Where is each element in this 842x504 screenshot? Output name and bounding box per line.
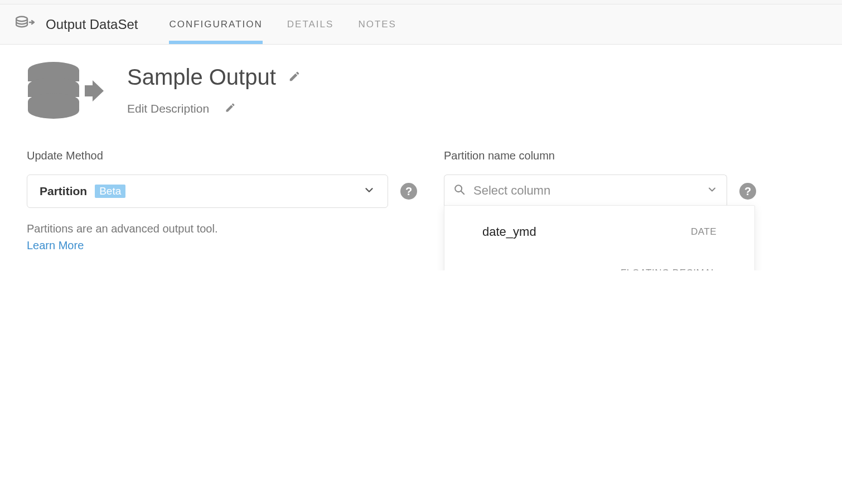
chevron-down-icon (706, 184, 718, 197)
svg-point-0 (16, 16, 27, 21)
update-method-label: Update Method (27, 149, 417, 162)
header-bar: Output DataSet CONFIGURATION DETAILS NOT… (0, 4, 842, 45)
description-placeholder[interactable]: Edit Description (127, 102, 209, 115)
partition-column-input[interactable] (473, 183, 699, 198)
description-line: Edit Description (127, 102, 301, 115)
tab-details[interactable]: DETAILS (287, 4, 334, 44)
main-content: Sample Output Edit Description Update Me… (0, 45, 842, 270)
update-method-help-icon[interactable]: ? (400, 183, 417, 200)
partition-column-section: Partition name column ? date_ymd DATE (444, 149, 756, 254)
option-type: FLOATING DECIMAL (621, 268, 717, 270)
update-method-column: Update Method Partition Beta ? Partition… (27, 149, 417, 254)
window-top-strip (0, 0, 842, 4)
edit-description-icon[interactable] (225, 102, 236, 115)
tabs: CONFIGURATION DETAILS NOTES (169, 4, 396, 44)
header-title: Output DataSet (46, 17, 138, 32)
beta-badge: Beta (95, 185, 125, 198)
tab-configuration[interactable]: CONFIGURATION (169, 4, 262, 44)
helper-text: Partitions are an advanced output tool. (27, 222, 217, 235)
option-name: revenue (482, 266, 527, 270)
partition-column-label: Partition name column (444, 149, 756, 162)
database-output-icon (16, 16, 36, 33)
option-type: DATE (691, 226, 717, 238)
option-name: date_ymd (482, 225, 536, 239)
chevron-down-icon (363, 184, 375, 198)
learn-more-link[interactable]: Learn More (27, 239, 84, 251)
title-line: Sample Output (127, 65, 301, 90)
update-method-helper: Partitions are an advanced output tool. … (27, 220, 417, 254)
dropdown-option-date-ymd[interactable]: date_ymd DATE (444, 211, 754, 253)
partition-column-help-icon[interactable]: ? (739, 183, 756, 200)
dropdown-option-revenue[interactable]: revenue FLOATING DECIMAL (444, 253, 754, 270)
header-left: Output DataSet (16, 16, 138, 33)
title-block: Sample Output Edit Description (127, 61, 301, 115)
svg-line-7 (461, 191, 464, 195)
dataset-title: Sample Output (127, 65, 276, 90)
partition-column-dropdown: date_ymd DATE revenue FLOATING DECIMAL s… (444, 205, 755, 270)
form-row: Update Method Partition Beta ? Partition… (27, 149, 815, 254)
partition-column-control-row: ? (444, 175, 756, 208)
dataset-title-row: Sample Output Edit Description (27, 61, 815, 123)
update-method-value: Partition (40, 185, 87, 198)
update-method-control-row: Partition Beta ? (27, 175, 417, 208)
search-icon (453, 183, 466, 198)
tab-notes[interactable]: NOTES (358, 4, 396, 44)
partition-column-combobox[interactable] (444, 175, 727, 208)
edit-title-icon[interactable] (288, 70, 301, 85)
update-method-select[interactable]: Partition Beta (27, 175, 388, 208)
database-output-large-icon (27, 61, 105, 123)
